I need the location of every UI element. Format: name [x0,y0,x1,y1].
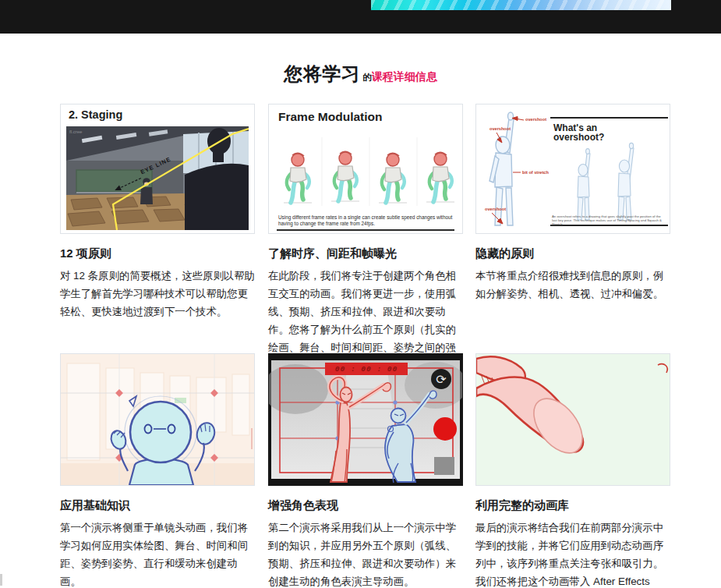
card-body: 第二个演示将采用我们从上一个演示中学到的知识，并应用另外五个原则（弧线、预期、挤… [268,519,463,588]
frame-modulation-figure: Frame Modulation Using different frame r… [268,104,463,234]
course-card-frame-modulation: Frame Modulation Using different frame r… [268,104,463,374]
overshoot-heading: What's an overshoot? [553,123,647,142]
finger-sketch-figure [475,353,670,486]
frame-watermark: fl.cree [69,129,83,134]
card-body: 本节将重点介绍很难找到信息的原则，例如分解姿势、相机、透视、过冲和偏爱。 [475,267,670,303]
hero-image-fragment [371,0,671,10]
runners-illustration [269,131,462,213]
course-card-principles: 2. Staging [60,104,255,321]
stop-button-icon [434,457,454,475]
card-title: 隐藏的原则 [475,246,670,261]
section-title-main: 您将学习 [284,62,360,87]
section-title: 您将学习 的 课程详细信息 [0,62,721,87]
card-title: 增强角色表现 [268,498,463,513]
card-title: 应用基础知识 [60,498,255,513]
section-title-connector: 的 [362,72,372,83]
overshoot-label-top: overshoot [525,117,546,122]
card-title: 12 项原则 [60,246,255,261]
finger-illustration [476,354,670,485]
course-card-basics: 应用基础知识 第一个演示将侧重于单镜头动画，我们将学习如何应用实体绘图、舞台、时… [60,353,255,588]
overshoot-caption: An overshoot refers to a drawing that go… [552,214,665,227]
staging-figure: 2. Staging [60,104,255,234]
timecode-display: 00 : 00 : 00 [325,363,408,375]
small-pose-figure-2 [618,143,634,220]
card-title: 利用完整的动画库 [475,498,670,513]
card-body: 第一个演示将侧重于单镜头动画，我们将学习如何应用实体绘图、舞台、时间和间距、姿势… [60,519,255,588]
camera-view-figure: ⟳ 00 : 00 : 00 [268,353,463,486]
small-pose-figure-1 [578,149,590,220]
overshoot-label-bottom: overshoot [485,207,506,211]
card-body: 最后的演示将结合我们在前两部分演示中学到的技能，并将它们应用到动态动画序列中，该… [475,519,670,588]
top-black-bar [0,0,721,34]
underline-rule [277,229,454,232]
section-title-highlight: 课程详细信息 [372,70,437,84]
stretch-label: bit of stretch [522,170,549,175]
staging-heading: 2. Staging [69,108,122,121]
scrollbar-fragment[interactable] [0,574,2,586]
course-card-animation-library: 利用完整的动画库 最后的演示将结合我们在前两部分演示中学到的技能，并将它们应用到… [475,353,670,588]
frame-modulation-heading: Frame Modulation [278,110,382,124]
card-title: 了解时序、间距和帧曝光 [268,246,463,261]
blue-sketch-figure [60,353,255,486]
course-card-performance: ⟳ 00 : 00 : 00 增强角色表现 第二个演示将采用我们从上一个演示中学… [268,353,463,588]
overshoot-figure: What's an overshoot? overshoot overshoot… [475,104,670,234]
rotate-icon: ⟳ [436,373,447,386]
overshoot-label-left: overshoot [490,126,511,131]
blue-mannequin-illustration [61,354,254,485]
course-card-hidden-principles: What's an overshoot? overshoot overshoot… [475,104,670,303]
card-body: 对 12 条原则的简要概述，这些原则以帮助学生了解首先学习哪种技术可以帮助您更轻… [60,267,255,321]
frame-modulation-caption: Using different frame rates in a single … [278,214,454,227]
record-button-icon [433,417,457,441]
classroom-illustration: EYE LINE fl.cree [66,126,249,230]
